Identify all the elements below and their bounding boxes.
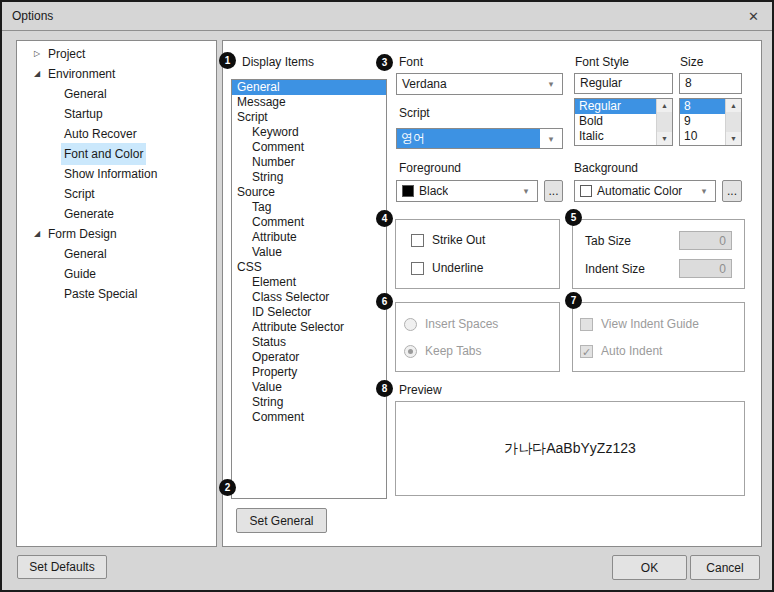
keep-tabs-row[interactable]: Keep Tabs xyxy=(404,344,482,358)
tree-item-script[interactable]: Script xyxy=(17,184,216,204)
underline-row[interactable]: Underline xyxy=(411,261,483,275)
window-title: Options xyxy=(12,9,53,23)
tab-size-input[interactable] xyxy=(679,231,732,250)
display-item-css-class-selector[interactable]: Class Selector xyxy=(232,290,386,305)
scroll-down-icon[interactable]: ▼ xyxy=(657,132,672,145)
font-style-option-bold[interactable]: Bold xyxy=(575,114,656,129)
display-item-css-string[interactable]: String xyxy=(232,395,386,410)
set-defaults-button[interactable]: Set Defaults xyxy=(17,555,107,579)
script-label: Script xyxy=(399,106,430,120)
font-style-option-italic[interactable]: Italic xyxy=(575,129,656,144)
background-combobox[interactable]: Automatic Color ▾ xyxy=(574,180,716,202)
strike-out-row[interactable]: Strike Out xyxy=(411,233,485,247)
display-item-script-comment[interactable]: Comment xyxy=(232,140,386,155)
chevron-down-icon[interactable]: ▾ xyxy=(540,79,562,89)
step-badge-2: 2 xyxy=(219,479,236,496)
auto-indent-row[interactable]: ✓ Auto Indent xyxy=(580,344,662,358)
chevron-down-icon[interactable]: ▾ xyxy=(693,186,715,196)
category-tree[interactable]: ▷Project ◢Environment General Startup Au… xyxy=(16,40,217,547)
scroll-up-icon[interactable]: ▲ xyxy=(657,99,672,112)
size-option-10[interactable]: 10 xyxy=(680,129,725,144)
tree-item-environment[interactable]: ◢Environment xyxy=(17,64,216,84)
auto-indent-checkbox[interactable]: ✓ xyxy=(580,345,593,358)
size-list[interactable]: 8 9 10 ▲ ▼ xyxy=(679,98,742,146)
indent-size-label: Indent Size xyxy=(585,262,645,276)
display-item-css-property[interactable]: Property xyxy=(232,365,386,380)
display-item-source-tag[interactable]: Tag xyxy=(232,200,386,215)
tree-item-font-and-color[interactable]: Font and Color xyxy=(17,144,216,164)
scrollbar-thumb[interactable] xyxy=(726,112,741,132)
font-style-list[interactable]: Regular Bold Italic ▲ ▼ xyxy=(574,98,673,146)
display-items-list[interactable]: General Message Script Keyword Comment N… xyxy=(231,79,387,499)
tab-size-label: Tab Size xyxy=(585,234,631,248)
display-item-script-number[interactable]: Number xyxy=(232,155,386,170)
insert-spaces-row[interactable]: Insert Spaces xyxy=(404,317,498,331)
scrollbar-thumb[interactable] xyxy=(657,112,672,132)
expanded-triangle-icon[interactable]: ◢ xyxy=(29,64,45,84)
tree-item-generate[interactable]: Generate xyxy=(17,204,216,224)
collapsed-triangle-icon[interactable]: ▷ xyxy=(29,44,45,64)
view-indent-guide-label: View Indent Guide xyxy=(601,317,699,331)
size-label: Size xyxy=(680,55,703,69)
display-item-css-comment[interactable]: Comment xyxy=(232,410,386,425)
font-combobox[interactable]: Verdana ▾ xyxy=(396,73,563,95)
display-item-script-keyword[interactable]: Keyword xyxy=(232,125,386,140)
underline-checkbox[interactable] xyxy=(411,262,424,275)
check-icon: ✓ xyxy=(582,346,591,358)
display-item-script[interactable]: Script xyxy=(232,110,386,125)
view-indent-guide-row[interactable]: View Indent Guide xyxy=(580,317,699,331)
display-item-css-status[interactable]: Status xyxy=(232,335,386,350)
display-item-script-string[interactable]: String xyxy=(232,170,386,185)
size-input[interactable]: 8 xyxy=(679,73,742,94)
tree-item-guide[interactable]: Guide xyxy=(17,264,216,284)
display-item-css-attribute-selector[interactable]: Attribute Selector xyxy=(232,320,386,335)
font-style-option-regular[interactable]: Regular xyxy=(575,99,656,114)
display-item-css[interactable]: CSS xyxy=(232,260,386,275)
display-item-css-operator[interactable]: Operator xyxy=(232,350,386,365)
foreground-more-button[interactable]: ... xyxy=(544,180,563,202)
tree-item-form-design-general[interactable]: General xyxy=(17,244,216,264)
size-scrollbar[interactable]: ▲ ▼ xyxy=(725,99,741,145)
size-option-9[interactable]: 9 xyxy=(680,114,725,129)
font-style-input[interactable]: Regular xyxy=(574,73,673,94)
chevron-down-icon[interactable]: ▾ xyxy=(540,134,562,144)
insert-spaces-radio[interactable] xyxy=(404,318,417,331)
display-item-general[interactable]: General xyxy=(232,80,386,95)
underline-label: Underline xyxy=(432,261,483,275)
close-icon[interactable]: ✕ xyxy=(745,9,762,24)
tree-item-environment-general[interactable]: General xyxy=(17,84,216,104)
expanded-triangle-icon[interactable]: ◢ xyxy=(29,224,45,244)
indent-options-group: View Indent Guide ✓ Auto Indent xyxy=(572,302,745,372)
cancel-button[interactable]: Cancel xyxy=(690,555,760,580)
tree-item-paste-special[interactable]: Paste Special xyxy=(17,284,216,304)
display-item-css-element[interactable]: Element xyxy=(232,275,386,290)
keep-tabs-radio[interactable] xyxy=(404,345,417,358)
display-item-source-attribute[interactable]: Attribute xyxy=(232,230,386,245)
tree-item-auto-recover[interactable]: Auto Recover xyxy=(17,124,216,144)
display-item-source-comment[interactable]: Comment xyxy=(232,215,386,230)
display-item-css-value[interactable]: Value xyxy=(232,380,386,395)
step-badge-5: 5 xyxy=(565,209,582,226)
display-item-source[interactable]: Source xyxy=(232,185,386,200)
set-general-button[interactable]: Set General xyxy=(236,508,327,533)
title-bar[interactable]: Options ✕ xyxy=(2,2,772,31)
foreground-combobox[interactable]: Black ▾ xyxy=(396,180,538,202)
view-indent-guide-checkbox[interactable] xyxy=(580,318,593,331)
strike-out-checkbox[interactable] xyxy=(411,234,424,247)
size-option-8[interactable]: 8 xyxy=(680,99,725,114)
display-item-source-value[interactable]: Value xyxy=(232,245,386,260)
display-item-css-id-selector[interactable]: ID Selector xyxy=(232,305,386,320)
tree-item-project[interactable]: ▷Project xyxy=(17,44,216,64)
display-item-message[interactable]: Message xyxy=(232,95,386,110)
scroll-up-icon[interactable]: ▲ xyxy=(726,99,741,112)
chevron-down-icon[interactable]: ▾ xyxy=(515,186,537,196)
indent-size-input[interactable] xyxy=(679,259,732,278)
scroll-down-icon[interactable]: ▼ xyxy=(726,132,741,145)
tree-item-startup[interactable]: Startup xyxy=(17,104,216,124)
script-combobox[interactable]: 영어 ▾ xyxy=(396,128,563,149)
font-style-scrollbar[interactable]: ▲ ▼ xyxy=(656,99,672,145)
ok-button[interactable]: OK xyxy=(612,555,687,580)
tree-item-form-design[interactable]: ◢Form Design xyxy=(17,224,216,244)
background-more-button[interactable]: ... xyxy=(722,180,742,202)
tree-item-show-information[interactable]: Show Information xyxy=(17,164,216,184)
